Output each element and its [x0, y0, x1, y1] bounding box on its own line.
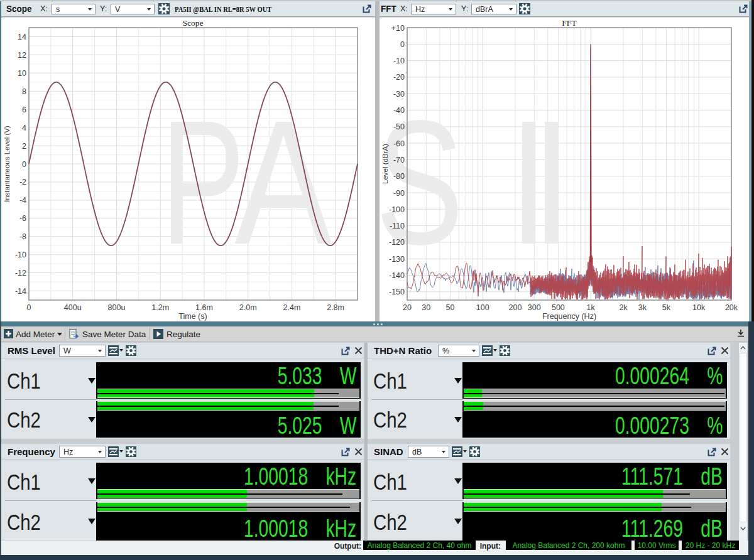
svg-text:1.2m: 1.2m — [151, 303, 169, 312]
svg-text:6: 6 — [22, 105, 26, 114]
svg-text:+10: +10 — [391, 24, 405, 33]
svg-text:0: 0 — [27, 303, 31, 312]
svg-text:-100: -100 — [389, 205, 405, 214]
svg-text:10k: 10k — [692, 303, 706, 312]
svg-text:20k: 20k — [725, 303, 738, 312]
svg-text:-130: -130 — [389, 255, 405, 264]
svg-text:Frequency (Hz): Frequency (Hz) — [542, 312, 596, 321]
svg-text:2.0m: 2.0m — [239, 303, 257, 312]
svg-text:-6: -6 — [19, 214, 26, 223]
svg-text:400u: 400u — [64, 303, 82, 312]
svg-text:20: 20 — [403, 303, 412, 312]
svg-text:-4: -4 — [19, 196, 26, 205]
svg-text:I: I — [532, 83, 571, 281]
svg-text:-140: -140 — [389, 271, 405, 280]
svg-text:-50: -50 — [393, 122, 405, 131]
svg-text:2.8m: 2.8m — [327, 303, 344, 312]
svg-text:-40: -40 — [393, 106, 405, 115]
svg-text:30: 30 — [422, 303, 430, 312]
svg-text:300: 300 — [528, 303, 541, 312]
svg-text:-30: -30 — [393, 90, 405, 99]
svg-text:0: 0 — [22, 160, 26, 169]
svg-text:-60: -60 — [393, 139, 405, 148]
svg-text:-14: -14 — [15, 287, 26, 296]
svg-text:10: 10 — [18, 69, 26, 78]
svg-text:S: S — [380, 83, 464, 281]
svg-text:50: 50 — [445, 303, 454, 312]
svg-text:Scope: Scope — [183, 18, 204, 28]
svg-text:P: P — [161, 83, 245, 281]
svg-text:-70: -70 — [393, 156, 405, 164]
svg-text:-10: -10 — [393, 57, 405, 65]
svg-text:2.4m: 2.4m — [283, 303, 301, 312]
svg-text:4: 4 — [22, 124, 26, 132]
svg-text:-120: -120 — [389, 238, 405, 247]
svg-text:-80: -80 — [393, 172, 405, 181]
svg-text:-90: -90 — [393, 189, 405, 198]
svg-text:0: 0 — [400, 40, 405, 49]
svg-text:Instantaneous Level (V): Instantaneous Level (V) — [3, 126, 11, 202]
svg-text:-20: -20 — [393, 73, 405, 82]
svg-text:14: 14 — [18, 33, 26, 41]
svg-text:500: 500 — [552, 303, 565, 312]
svg-text:Level (dBrA): Level (dBrA) — [381, 144, 389, 184]
svg-text:-10: -10 — [15, 250, 26, 259]
svg-text:2k: 2k — [619, 303, 628, 312]
svg-text:5k: 5k — [662, 303, 671, 312]
svg-text:200: 200 — [509, 303, 522, 312]
svg-text:800u: 800u — [108, 303, 126, 312]
svg-text:-8: -8 — [19, 232, 26, 241]
svg-text:2: 2 — [22, 142, 26, 151]
svg-text:100: 100 — [476, 303, 489, 312]
svg-text:-110: -110 — [390, 222, 405, 230]
svg-text:1k: 1k — [587, 303, 596, 312]
svg-text:FFT: FFT — [562, 18, 577, 28]
svg-text:Time (s): Time (s) — [178, 312, 207, 321]
svg-text:-150: -150 — [389, 288, 405, 296]
svg-text:-12: -12 — [15, 269, 26, 277]
svg-text:12: 12 — [18, 51, 26, 60]
svg-text:1.6m: 1.6m — [195, 303, 213, 312]
svg-text:A: A — [234, 83, 332, 281]
svg-text:8: 8 — [22, 87, 26, 96]
svg-text:3k: 3k — [638, 303, 647, 312]
svg-text:-2: -2 — [19, 178, 26, 186]
